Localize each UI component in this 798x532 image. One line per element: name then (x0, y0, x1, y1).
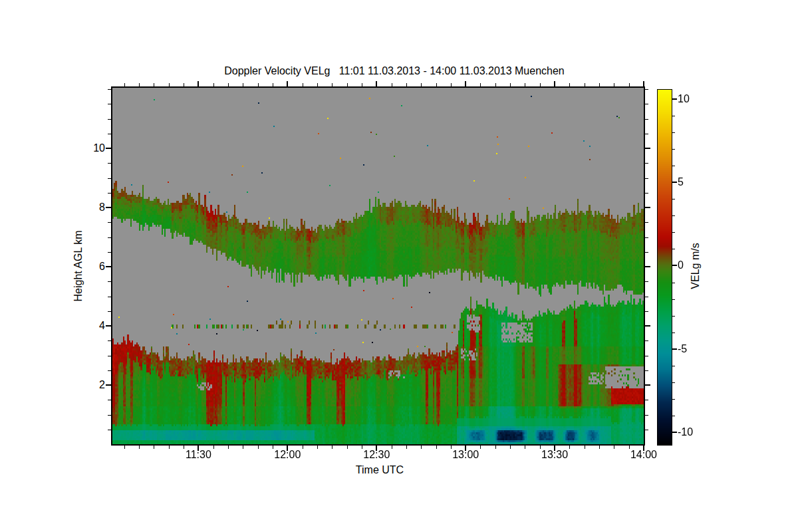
colorbar-minor-tick (672, 316, 675, 317)
y-tick-label: 2 (78, 379, 105, 391)
x-axis-minor-tick (569, 446, 570, 449)
x-axis-minor-tick (243, 446, 243, 449)
x-axis-minor-tick (154, 446, 154, 449)
y-axis-minor-tick (108, 297, 111, 297)
y-axis-minor-tick (645, 281, 648, 282)
colorbar-minor-tick (672, 283, 675, 283)
x-axis-minor-tick (495, 83, 496, 86)
colorbar-minor-tick (672, 399, 675, 400)
y-axis-minor-tick (108, 415, 111, 416)
x-axis-minor-tick (303, 83, 303, 86)
y-axis-tick (645, 266, 650, 267)
y-axis-minor-tick (108, 222, 111, 223)
y-axis-minor-tick (645, 89, 648, 90)
x-axis-minor-tick (540, 446, 541, 449)
y-tick-label: 4 (78, 320, 105, 332)
y-axis-tick (645, 384, 650, 386)
x-axis-minor-tick (124, 83, 125, 86)
y-axis-minor-tick (645, 163, 648, 164)
x-axis-minor-tick (184, 446, 184, 449)
x-axis-tick (465, 81, 466, 86)
x-axis-minor-tick (139, 83, 140, 86)
y-axis-tick (645, 325, 650, 327)
doppler-velocity-figure: Doppler Velocity VELg 11:01 11.03.2013 -… (0, 0, 798, 532)
x-axis-minor-tick (273, 446, 273, 449)
x-axis-minor-tick (154, 83, 154, 86)
y-axis-minor-tick (108, 340, 111, 341)
y-tick-label: 8 (78, 201, 105, 213)
x-axis-minor-tick (629, 83, 630, 86)
colorbar-minor-tick (672, 366, 675, 366)
x-axis-label: Time UTC (313, 464, 446, 476)
y-axis-minor-tick (108, 134, 111, 134)
x-axis-minor-tick (169, 446, 170, 449)
y-axis-minor-tick (108, 193, 111, 194)
x-axis-minor-tick (139, 446, 140, 449)
y-axis-minor-tick (108, 430, 111, 430)
x-axis-minor-tick (585, 446, 585, 449)
y-axis-minor-tick (645, 370, 648, 371)
y-axis-minor-tick (108, 237, 111, 238)
x-axis-minor-tick (629, 446, 630, 449)
x-axis-minor-tick (451, 83, 452, 86)
colorbar-minor-tick (672, 149, 675, 150)
x-axis-minor-tick (213, 83, 214, 86)
x-axis-minor-tick (421, 83, 422, 86)
y-axis-minor-tick (108, 252, 111, 253)
x-axis-minor-tick (392, 83, 392, 86)
x-tick-label: 12:00 (264, 449, 311, 461)
y-axis-tick (645, 148, 650, 149)
x-axis-tick (376, 81, 377, 86)
x-tick-label: 12:30 (353, 449, 400, 461)
x-axis-minor-tick (510, 446, 511, 449)
y-axis-minor-tick (645, 400, 648, 400)
x-axis-minor-tick (243, 83, 243, 86)
y-axis-minor-tick (108, 119, 111, 120)
colorbar-minor-tick (672, 116, 675, 116)
y-axis-tick (106, 148, 111, 149)
y-axis-minor-tick (645, 119, 648, 120)
x-axis-minor-tick (599, 446, 600, 449)
y-axis-minor-tick (645, 134, 648, 134)
colorbar-minor-tick (672, 166, 675, 166)
colorbar-minor-tick (672, 249, 675, 249)
x-axis-minor-tick (332, 83, 332, 86)
colorbar-minor-tick (672, 299, 675, 300)
y-axis-minor-tick (645, 340, 648, 341)
y-axis-minor-tick (645, 311, 648, 312)
y-axis-minor-tick (108, 281, 111, 282)
x-axis-minor-tick (228, 446, 229, 449)
x-axis-minor-tick (332, 446, 332, 449)
x-axis-minor-tick (436, 83, 437, 86)
colorbar-minor-tick (672, 215, 675, 216)
y-axis-minor-tick (645, 415, 648, 416)
x-axis-minor-tick (406, 83, 407, 86)
colorbar-tick (672, 432, 677, 433)
y-axis-minor-tick (645, 252, 648, 253)
x-axis-minor-tick (510, 83, 511, 86)
x-axis-minor-tick (406, 446, 407, 449)
y-axis-minor-tick (645, 356, 648, 356)
x-axis-minor-tick (184, 83, 184, 86)
heatmap-canvas (112, 88, 644, 444)
x-axis-minor-tick (540, 83, 541, 86)
x-axis-minor-tick (421, 446, 422, 449)
colorbar-tick (672, 182, 677, 183)
x-tick-label: 13:00 (442, 449, 489, 461)
y-axis-tick (106, 325, 111, 327)
x-axis-minor-tick (124, 446, 125, 449)
y-axis-minor-tick (108, 400, 111, 400)
x-axis-minor-tick (258, 446, 259, 449)
y-axis-minor-tick (108, 356, 111, 356)
colorbar-minor-tick (672, 332, 675, 333)
x-axis-minor-tick (347, 83, 348, 86)
y-axis-minor-tick (108, 89, 111, 90)
x-axis-minor-tick (495, 446, 496, 449)
y-tick-label: 10 (78, 142, 105, 154)
chart-title: Doppler Velocity VELg 11:01 11.03.2013 -… (112, 65, 676, 77)
x-axis-minor-tick (436, 446, 437, 449)
y-axis-minor-tick (645, 193, 648, 194)
y-axis-minor-tick (108, 370, 111, 371)
y-axis-minor-tick (645, 178, 648, 179)
y-axis-minor-tick (108, 163, 111, 164)
